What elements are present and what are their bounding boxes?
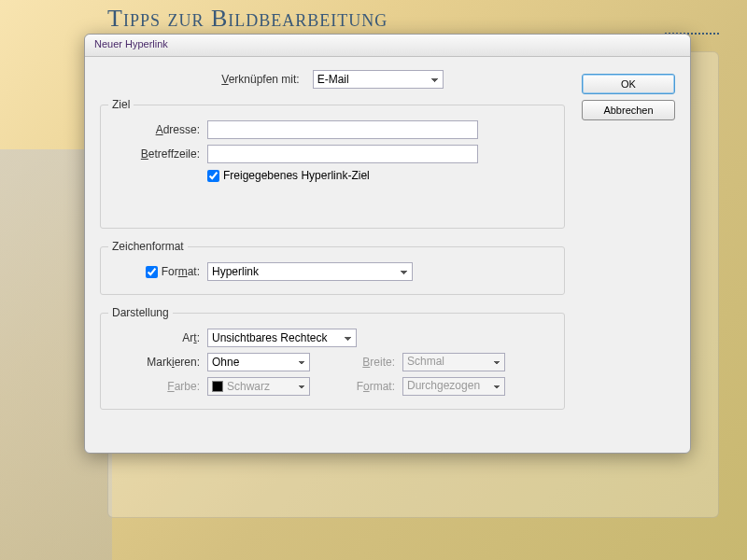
link-with-row: Verknüpfen mit: E-Mail: [100, 70, 565, 89]
format-combo[interactable]: Hyperlink: [207, 262, 413, 281]
darstellung-group: Darstellung Art: Unsichtbares Rechteck M…: [100, 306, 565, 410]
darstellung-legend: Darstellung: [108, 306, 173, 319]
formatd-combo: Durchgezogen: [402, 377, 505, 396]
dialog-buttons: OK Abbrechen: [582, 70, 675, 126]
dialog-main: Verknüpfen mit: E-Mail Ziel Adresse: Bet…: [100, 70, 565, 421]
ziel-legend: Ziel: [108, 98, 134, 111]
farbe-combo: Schwarz: [207, 377, 310, 396]
link-with-label: Verknüpfen mit:: [221, 73, 306, 86]
dialog-body: OK Abbrechen Verknüpfen mit: E-Mail Ziel…: [85, 57, 690, 453]
farbe-value: Schwarz: [227, 380, 270, 393]
markieren-combo[interactable]: Ohne: [207, 353, 310, 371]
dialog-title: Neuer Hyperlink: [94, 38, 168, 49]
formatd-label: Format:: [346, 380, 402, 393]
art-label: Art:: [108, 331, 207, 344]
ok-button[interactable]: OK: [582, 74, 675, 94]
breite-label: Breite:: [346, 356, 402, 369]
shared-checkbox[interactable]: [207, 170, 219, 182]
markieren-label: Markieren:: [108, 356, 207, 369]
betreff-input[interactable]: [207, 145, 478, 163]
link-with-combo[interactable]: E-Mail: [313, 70, 444, 89]
page-title: Tipps zur Bildbearbeitung: [107, 5, 719, 33]
breite-value: Schmal: [407, 355, 444, 368]
hyperlink-dialog: Neuer Hyperlink OK Abbrechen Verknüpfen …: [84, 34, 691, 454]
dialog-titlebar[interactable]: Neuer Hyperlink: [85, 35, 690, 57]
betreff-label: Betreffzeile:: [108, 147, 207, 161]
adresse-label: Adresse:: [108, 123, 207, 136]
farbe-label: Farbe:: [108, 380, 207, 393]
zeichenformat-legend: Zeichenformat: [108, 240, 188, 253]
cancel-button[interactable]: Abbrechen: [582, 100, 675, 120]
art-combo[interactable]: Unsichtbares Rechteck: [207, 329, 357, 347]
page-header: Tipps zur Bildbearbeitung: [107, 5, 719, 33]
format-label-wrap: Format:: [108, 265, 207, 278]
ziel-group: Ziel Adresse: Betreffzeile: Freigegebene…: [100, 98, 565, 229]
shared-label: Freigegebenes Hyperlink-Ziel: [223, 169, 370, 182]
adresse-input[interactable]: [207, 120, 478, 139]
formatd-value: Durchgezogen: [407, 379, 480, 392]
breite-combo: Schmal: [402, 353, 505, 371]
format-label: Format:: [162, 265, 200, 278]
zeichenformat-group: Zeichenformat Format: Hyperlink: [100, 240, 565, 295]
shared-check-row[interactable]: Freigegebenes Hyperlink-Ziel: [207, 169, 370, 182]
format-checkbox[interactable]: [146, 266, 158, 278]
color-swatch: [212, 381, 223, 392]
